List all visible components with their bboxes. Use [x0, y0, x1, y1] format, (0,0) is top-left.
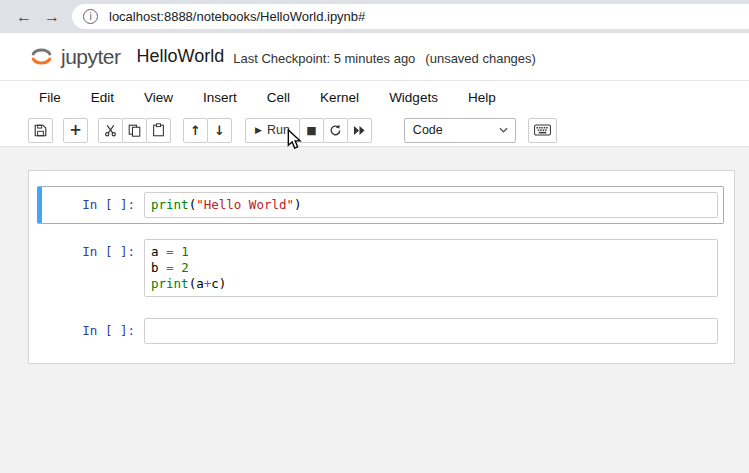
cut-cell-button[interactable] [98, 118, 123, 143]
menu-insert[interactable]: Insert [188, 83, 252, 112]
menu-view[interactable]: View [129, 83, 188, 112]
code-cell[interactable]: In [ ]: [37, 312, 724, 350]
unsaved-changes-badge: (unsaved changes) [425, 51, 536, 66]
code-line [151, 323, 711, 339]
menu-edit[interactable]: Edit [76, 83, 129, 112]
input-prompt: In [ ]: [42, 318, 144, 338]
code-line: print(a+c) [151, 276, 711, 292]
url-text: localhost:8888/notebooks/HelloWorld.ipyn… [109, 9, 365, 24]
menu-help[interactable]: Help [453, 83, 511, 112]
command-palette-button[interactable] [528, 118, 557, 143]
code-line: print("Hello World") [151, 197, 711, 213]
fast-forward-icon [353, 125, 366, 136]
page-info-icon[interactable]: i [83, 9, 98, 24]
cell-type-dropdown[interactable]: Code [404, 118, 516, 143]
play-icon: ▶ [255, 125, 262, 135]
chevron-down-icon [499, 127, 508, 133]
run-label: Run [267, 123, 290, 137]
paste-cell-button[interactable] [146, 118, 171, 143]
paste-icon [152, 123, 165, 137]
menu-kernel[interactable]: Kernel [305, 83, 374, 112]
browser-chrome: ← → i localhost:8888/notebooks/HelloWorl… [0, 0, 749, 33]
code-editor[interactable]: a = 1b = 2print(a+c) [144, 239, 718, 297]
menu-widgets[interactable]: Widgets [374, 83, 453, 112]
notebook-container: In [ ]: print("Hello World") In [ ]: a =… [28, 170, 735, 364]
menu-cell[interactable]: Cell [252, 83, 305, 112]
code-cell[interactable]: In [ ]: print("Hello World") [37, 186, 724, 224]
jupyter-logo-text: jupyter [61, 45, 121, 69]
save-icon [34, 124, 47, 137]
keyboard-icon [534, 124, 551, 136]
interrupt-kernel-button[interactable]: ■ [299, 118, 324, 143]
restart-kernel-button[interactable] [323, 118, 348, 143]
plus-icon: + [69, 123, 82, 138]
notebook-page: In [ ]: print("Hello World") In [ ]: a =… [0, 147, 749, 473]
browser-back-button[interactable]: ← [10, 8, 38, 26]
save-button[interactable] [28, 118, 53, 143]
menu-file[interactable]: File [24, 83, 76, 112]
cell-type-value: Code [413, 123, 443, 137]
scissors-icon [104, 124, 117, 137]
jupyter-logo-icon [28, 43, 55, 70]
insert-cell-button[interactable]: + [63, 118, 88, 143]
restart-run-all-button[interactable] [347, 118, 372, 143]
copy-icon [128, 124, 141, 137]
notebook-title[interactable]: HelloWorld [137, 46, 225, 67]
browser-forward-button[interactable]: → [38, 8, 66, 26]
code-cell[interactable]: In [ ]: a = 1b = 2print(a+c) [37, 233, 724, 303]
checkpoint-status: Last Checkpoint: 5 minutes ago [233, 51, 415, 66]
input-prompt: In [ ]: [42, 192, 144, 212]
code-editor[interactable]: print("Hello World") [144, 192, 718, 218]
code-line: b = 2 [151, 260, 711, 276]
jupyter-logo[interactable]: jupyter [28, 43, 121, 70]
move-cell-down-button[interactable]: ↓ [207, 118, 232, 143]
input-prompt: In [ ]: [42, 239, 144, 259]
notebook-toolbar: + ↑ ↓ [0, 114, 749, 147]
arrow-up-icon: ↑ [190, 124, 201, 137]
code-line: a = 1 [151, 244, 711, 260]
browser-address-bar[interactable]: i localhost:8888/notebooks/HelloWorld.ip… [72, 4, 749, 29]
move-cell-up-button[interactable]: ↑ [183, 118, 208, 143]
restart-icon [329, 124, 342, 137]
notebook-menubar: File Edit View Insert Cell Kernel Widget… [0, 81, 749, 114]
copy-cell-button[interactable] [122, 118, 147, 143]
code-editor[interactable] [144, 318, 718, 344]
jupyter-header: jupyter HelloWorld Last Checkpoint: 5 mi… [0, 33, 749, 81]
stop-icon: ■ [306, 125, 316, 136]
arrow-down-icon: ↓ [214, 124, 225, 137]
run-button[interactable]: ▶ Run [245, 118, 300, 143]
